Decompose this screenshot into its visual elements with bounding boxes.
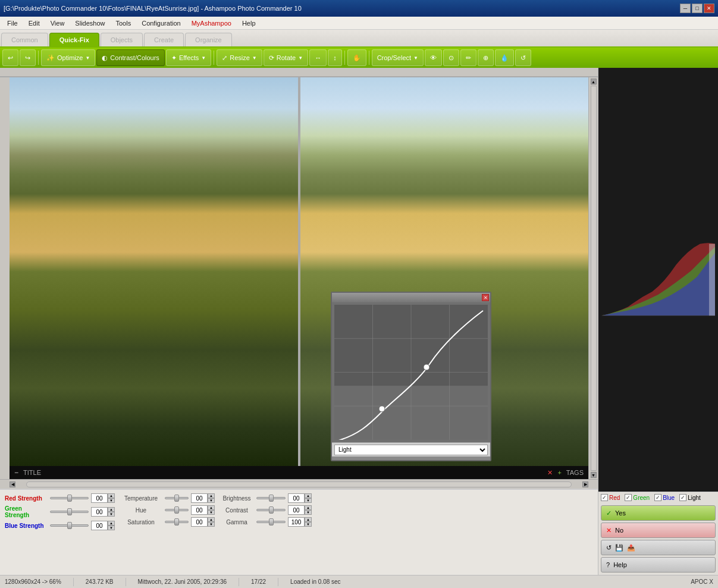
rotate-button[interactable]: ⟳ Rotate ▼ xyxy=(264,49,308,66)
vertical-scrollbar[interactable]: ▲ ▼ xyxy=(588,77,598,479)
hue-up[interactable]: ▲ xyxy=(208,505,215,510)
contrast-up[interactable]: ▲ xyxy=(305,505,312,510)
menu-edit[interactable]: Edit xyxy=(24,18,45,28)
close-button[interactable]: ✕ xyxy=(704,4,714,13)
saturation-slider[interactable] xyxy=(165,521,189,523)
brightness-down[interactable]: ▼ xyxy=(305,498,312,503)
light-channel-check[interactable]: Light xyxy=(679,494,701,501)
vscroll-down-icon[interactable]: ▼ xyxy=(591,472,597,478)
gamma-down[interactable]: ▼ xyxy=(305,522,312,527)
tool-eyedropper[interactable]: 💧 xyxy=(495,49,514,66)
gamma-spinner[interactable]: ▲ ▼ xyxy=(305,517,312,527)
brightness-slider[interactable] xyxy=(256,497,286,499)
no-button[interactable]: ✕ No xyxy=(601,523,716,538)
yes-button[interactable]: ✓ Yes xyxy=(601,505,716,521)
maximize-button[interactable]: □ xyxy=(692,4,703,13)
gamma-up[interactable]: ▲ xyxy=(305,517,312,522)
tool-refresh[interactable]: ↺ xyxy=(515,49,531,66)
temperature-slider[interactable] xyxy=(165,497,189,499)
saturation-up[interactable]: ▲ xyxy=(208,517,215,522)
blue-strength-down[interactable]: ▼ xyxy=(108,526,115,530)
tab-quickfix[interactable]: Quick-Fix xyxy=(49,33,99,46)
pan-button[interactable]: ✋ xyxy=(347,49,366,66)
tab-organize[interactable]: Organize xyxy=(185,33,232,46)
tool-circle[interactable]: ⊙ xyxy=(443,49,459,66)
red-strength-spinner[interactable]: ▲ ▼ xyxy=(108,493,115,503)
horizontal-scrollbar[interactable]: ◀ ▶ xyxy=(0,479,598,489)
optimize-button[interactable]: ✨ Optimize ▼ xyxy=(41,49,95,66)
hue-slider[interactable] xyxy=(165,509,189,511)
curves-graph xyxy=(334,305,488,440)
hue-down[interactable]: ▼ xyxy=(208,510,215,515)
menu-file[interactable]: File xyxy=(2,18,23,28)
effects-button[interactable]: ✦ Effects ▼ xyxy=(166,49,211,66)
canvas-wrapper: − TITLE ✕ + TAGS ✕ xyxy=(0,68,598,575)
undo-button[interactable]: ↩ xyxy=(2,49,18,66)
saturation-spinner[interactable]: ▲ ▼ xyxy=(208,517,215,527)
curves-channel-select[interactable]: Light Red Green Blue xyxy=(334,445,488,455)
menu-myashampoo[interactable]: MyAshampoo xyxy=(187,18,236,28)
crop-select-button[interactable]: Crop/Select ▼ xyxy=(372,49,424,66)
temperature-down[interactable]: ▼ xyxy=(208,498,215,503)
save-icon: 💾 xyxy=(615,544,623,552)
flip-v-button[interactable]: ↕ xyxy=(328,49,342,66)
brightness-spinner[interactable]: ▲ ▼ xyxy=(305,493,312,503)
contrast-spinner[interactable]: ▲ ▼ xyxy=(305,505,312,515)
hscroll-right-icon[interactable]: ▶ xyxy=(582,481,588,487)
tags-remove-icon[interactable]: ✕ xyxy=(547,469,553,477)
blue-checkbox[interactable] xyxy=(654,494,661,501)
minimize-button[interactable]: ─ xyxy=(680,4,691,13)
green-strength-slider[interactable] xyxy=(50,511,89,513)
blue-strength-spinner[interactable]: ▲ ▼ xyxy=(108,521,115,530)
green-strength-spinner[interactable]: ▲ ▼ xyxy=(108,507,115,517)
status-sep-1 xyxy=(73,578,74,586)
red-checkbox[interactable] xyxy=(601,494,608,501)
tags-add-icon[interactable]: + xyxy=(557,469,561,476)
green-strength-up[interactable]: ▲ xyxy=(108,507,115,512)
red-strength-slider[interactable] xyxy=(50,497,89,499)
green-channel-check[interactable]: Green xyxy=(625,494,650,501)
green-checkbox[interactable] xyxy=(625,494,632,501)
red-channel-check[interactable]: Red xyxy=(601,494,620,501)
gamma-slider[interactable] xyxy=(256,521,286,523)
tab-common[interactable]: Common xyxy=(1,33,48,46)
hscroll-left-icon[interactable]: ◀ xyxy=(10,481,15,487)
green-strength-value: 00 xyxy=(91,507,108,517)
redo-button[interactable]: ↪ xyxy=(20,49,36,66)
contrast-down[interactable]: ▼ xyxy=(305,510,312,515)
vscroll-track[interactable] xyxy=(591,86,597,471)
temperature-up[interactable]: ▲ xyxy=(208,493,215,498)
red-strength-down[interactable]: ▼ xyxy=(108,498,115,503)
green-strength-down[interactable]: ▼ xyxy=(108,512,115,517)
eye-button[interactable]: 👁 xyxy=(425,49,442,66)
red-strength-up[interactable]: ▲ xyxy=(108,493,115,498)
title-collapse-icon[interactable]: − xyxy=(14,468,18,477)
blue-strength-up[interactable]: ▲ xyxy=(108,521,115,526)
saturation-down[interactable]: ▼ xyxy=(208,522,215,527)
tab-create[interactable]: Create xyxy=(144,33,184,46)
curves-close-button[interactable]: ✕ xyxy=(482,294,489,301)
saturation-label: Saturation xyxy=(120,519,162,526)
tool-stamp[interactable]: ⊕ xyxy=(478,49,494,66)
hscroll-track[interactable] xyxy=(26,481,572,487)
contrast-colours-button[interactable]: ◐ Contrast/Colours xyxy=(96,49,165,66)
resize-button[interactable]: ⤢ Resize ▼ xyxy=(217,49,262,66)
menu-help[interactable]: Help xyxy=(237,18,261,28)
help-button[interactable]: ? Help xyxy=(601,557,716,573)
menu-view[interactable]: View xyxy=(46,18,70,28)
light-checkbox[interactable] xyxy=(679,494,686,501)
temperature-spinner[interactable]: ▲ ▼ xyxy=(208,493,215,503)
contrast-slider[interactable] xyxy=(256,509,286,511)
flip-h-button[interactable]: ↔ xyxy=(309,49,327,66)
tool-pen[interactable]: ✏ xyxy=(460,49,476,66)
hue-spinner[interactable]: ▲ ▼ xyxy=(208,505,215,515)
vscroll-up-icon[interactable]: ▲ xyxy=(591,79,597,85)
brightness-up[interactable]: ▲ xyxy=(305,493,312,498)
tab-objects[interactable]: Objects xyxy=(101,33,143,46)
menu-tools[interactable]: Tools xyxy=(111,18,136,28)
blue-channel-check[interactable]: Blue xyxy=(654,494,675,501)
menu-slideshow[interactable]: Slideshow xyxy=(70,18,109,28)
blue-strength-slider[interactable] xyxy=(50,524,89,527)
menu-configuration[interactable]: Configuration xyxy=(137,18,185,28)
reset-button[interactable]: ↺ 💾 📤 xyxy=(601,540,716,555)
